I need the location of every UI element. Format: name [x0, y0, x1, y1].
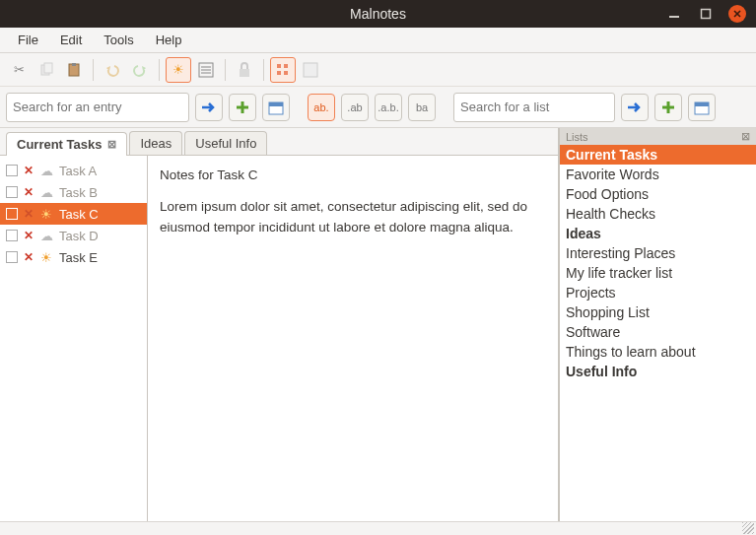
list-search[interactable]: [453, 93, 615, 122]
svg-rect-17: [304, 63, 317, 77]
tab-label: Useful Info: [195, 136, 256, 151]
scissors-icon: ✂: [14, 62, 25, 77]
highlight-toggle[interactable]: ☀: [166, 57, 191, 83]
list-item[interactable]: Shopping List: [560, 302, 756, 322]
checkbox[interactable]: [6, 165, 18, 176]
list-item[interactable]: My life tracker list: [560, 263, 756, 283]
list-item[interactable]: Interesting Places: [560, 243, 756, 263]
task-row[interactable]: ✕ ☁ Task B: [0, 181, 147, 203]
undo-button[interactable]: [100, 57, 125, 83]
grid-icon: [275, 62, 291, 78]
close-button[interactable]: [728, 5, 746, 23]
entry-search[interactable]: [6, 93, 189, 122]
menu-tools[interactable]: Tools: [94, 30, 143, 50]
filter-label: .ab: [347, 101, 362, 113]
tab-close-icon[interactable]: ⊠: [107, 138, 116, 151]
tab-pane: ✕ ☁ Task A ✕ ☁ Task B ✕ ☀ Task C: [0, 156, 558, 521]
checkbox[interactable]: [6, 230, 18, 241]
tab-label: Current Tasks: [17, 137, 102, 152]
lists-close-icon[interactable]: ⊠: [741, 130, 750, 143]
maximize-button[interactable]: [697, 5, 715, 23]
list-go-button[interactable]: [621, 94, 649, 121]
blank-toggle[interactable]: [298, 57, 323, 83]
svg-rect-25: [695, 102, 709, 106]
list-item[interactable]: Software: [560, 322, 756, 342]
filter-ba[interactable]: ba: [408, 94, 436, 121]
editor[interactable]: Notes for Task C Lorem ipsum dolor sit a…: [148, 156, 558, 521]
statusbar: [0, 521, 756, 535]
tab-current-tasks[interactable]: Current Tasks ⊠: [6, 132, 127, 156]
list-item[interactable]: Food Options: [560, 184, 756, 204]
redo-icon: [132, 63, 148, 77]
tab-ideas[interactable]: Ideas: [129, 131, 182, 155]
list-calendar-button[interactable]: [688, 94, 716, 121]
task-row[interactable]: ✕ ☀ Task E: [0, 246, 147, 268]
cut-button[interactable]: ✂: [6, 57, 32, 83]
lines-icon: [198, 62, 214, 78]
tabs: Current Tasks ⊠ Ideas Useful Info: [0, 128, 558, 156]
entry-go-button[interactable]: [195, 94, 223, 121]
entry-calendar-button[interactable]: [262, 94, 290, 121]
arrow-right-icon: [201, 100, 217, 114]
checkbox[interactable]: [6, 208, 18, 220]
separator: [159, 59, 160, 81]
filter-ab-dot[interactable]: ab.: [308, 94, 335, 121]
minimize-button[interactable]: [665, 5, 683, 23]
delete-icon[interactable]: ✕: [24, 229, 34, 242]
filter-dot-ab[interactable]: .ab: [341, 94, 369, 121]
checkbox[interactable]: [6, 186, 18, 198]
tab-label: Ideas: [140, 136, 172, 151]
task-label: Task E: [59, 250, 98, 265]
lines-toggle[interactable]: [193, 57, 219, 83]
list-item[interactable]: Current Tasks: [560, 145, 756, 165]
task-label: Task A: [59, 164, 97, 178]
svg-rect-12: [240, 69, 249, 77]
resize-grip[interactable]: [742, 522, 754, 534]
window-controls: [665, 5, 746, 23]
delete-icon[interactable]: ✕: [24, 164, 34, 177]
redo-button[interactable]: [127, 57, 153, 83]
sun-icon: ☀: [172, 62, 184, 77]
delete-icon[interactable]: ✕: [24, 250, 34, 264]
sun-icon: ☀: [39, 250, 53, 265]
list-item[interactable]: Useful Info: [560, 362, 756, 381]
list-item[interactable]: Favorite Words: [560, 165, 756, 184]
list-add-button[interactable]: [654, 94, 682, 121]
tab-useful-info[interactable]: Useful Info: [184, 131, 267, 155]
menu-file[interactable]: File: [8, 30, 48, 50]
paste-button[interactable]: [61, 57, 87, 83]
task-label: Task B: [59, 185, 98, 200]
task-label: Task C: [59, 207, 99, 222]
editor-title: Notes for Task C: [160, 166, 546, 185]
copy-button[interactable]: [34, 57, 59, 83]
lock-button[interactable]: [232, 57, 257, 83]
list-item[interactable]: Health Checks: [560, 204, 756, 224]
task-row[interactable]: ✕ ☁ Task A: [0, 160, 147, 181]
separator: [225, 59, 226, 81]
entry-add-button[interactable]: [229, 94, 256, 121]
svg-rect-1: [702, 10, 711, 19]
entry-search-input[interactable]: [13, 100, 182, 114]
lists: Current Tasks Favorite Words Food Option…: [560, 145, 756, 521]
copy-icon: [38, 62, 54, 78]
svg-rect-15: [277, 71, 281, 75]
grid-toggle[interactable]: [270, 57, 296, 83]
list-search-input[interactable]: [460, 100, 608, 114]
filter-a-b[interactable]: .a.b.: [375, 94, 402, 121]
delete-icon[interactable]: ✕: [24, 207, 34, 221]
task-row[interactable]: ✕ ☁ Task D: [0, 225, 147, 246]
arrow-right-icon: [627, 100, 643, 114]
list-item[interactable]: Projects: [560, 283, 756, 302]
list-item[interactable]: Things to learn about: [560, 342, 756, 362]
plus-icon: [661, 100, 675, 114]
filter-label: .a.b.: [378, 101, 398, 113]
filter-label: ab.: [313, 101, 328, 113]
delete-icon[interactable]: ✕: [24, 185, 34, 199]
menu-edit[interactable]: Edit: [50, 30, 92, 50]
menu-help[interactable]: Help: [146, 30, 192, 50]
sun-icon: ☀: [39, 207, 53, 222]
lists-panel: Lists ⊠ Current Tasks Favorite Words Foo…: [559, 128, 756, 521]
checkbox[interactable]: [6, 251, 18, 263]
list-item[interactable]: Ideas: [560, 224, 756, 243]
task-row[interactable]: ✕ ☀ Task C: [0, 203, 147, 225]
